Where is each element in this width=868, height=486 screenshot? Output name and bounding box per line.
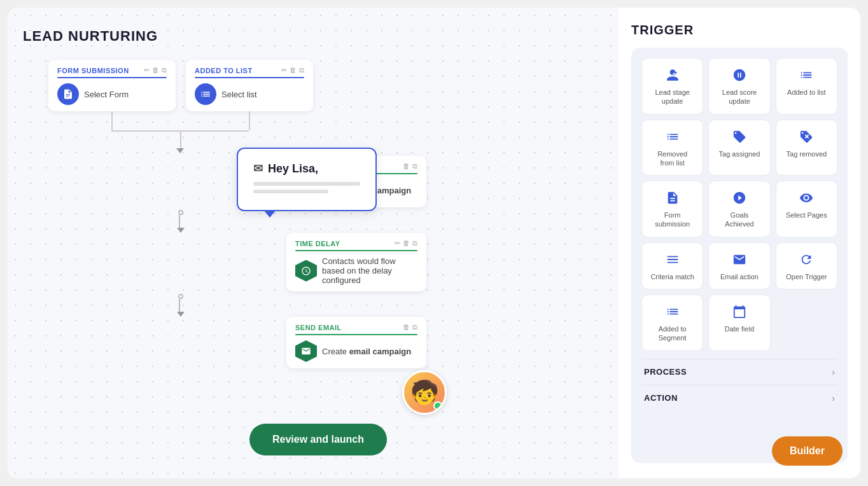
send-email-2-body: Create email campaign: [295, 340, 417, 362]
email-action-label: Email action: [720, 272, 759, 281]
trigger-item-select-pages[interactable]: Select Pages: [776, 181, 837, 237]
email-popup-header: ✉ Hey Lisa,: [253, 162, 360, 176]
right-panel-title: TRIGGER: [631, 23, 848, 38]
form-submission-trigger-icon: [664, 189, 682, 207]
form-submission-underline: [57, 77, 167, 78]
builder-button[interactable]: Builder: [772, 436, 843, 466]
added-to-list-title: ADDED TO LIST: [195, 67, 253, 74]
criteria-match-label: Criteria match: [650, 272, 694, 281]
date-field-label: Date field: [725, 324, 754, 333]
email-svg-2: [301, 346, 311, 356]
trigger-item-date-field[interactable]: Date field: [708, 295, 770, 351]
time-delay-node[interactable]: TIME DELAY ✏ 🗑 ⧉ Contacts would flow bas…: [286, 233, 426, 291]
criteria-match-icon: [664, 251, 682, 268]
send-email-2-node[interactable]: SEND EMAIL 🗑 ⧉ Create email campaign: [286, 317, 426, 368]
left-panel: LEAD NURTURING FORM SUBMISSION ✏ 🗑 ⧉: [8, 8, 619, 478]
goals-achieved-label: GoalsAchieved: [725, 211, 753, 229]
time-delay-body: Contacts would flow based on the delay c…: [295, 256, 417, 285]
copy-icon-td[interactable]: ⧉: [412, 239, 417, 247]
form-submission-trigger-label: Formsubmission: [655, 211, 690, 229]
email-popup: ✉ Hey Lisa,: [237, 148, 377, 211]
clock-svg: [301, 266, 311, 276]
added-to-list-node[interactable]: ADDED TO LIST ✏ 🗑 ⧉ Select list: [186, 60, 313, 111]
edit-icon-td[interactable]: ✏: [395, 239, 400, 247]
form-submission-label: Select Form: [84, 90, 129, 99]
seg-2: [179, 299, 180, 312]
left-vertical: [111, 111, 113, 130]
copy-icon-se2[interactable]: ⧉: [412, 323, 417, 331]
edit-icon[interactable]: ✏: [144, 66, 150, 74]
right-vertical: [249, 111, 250, 130]
send-email-2-icons: 🗑 ⧉: [403, 323, 417, 331]
copy-icon-2[interactable]: ⧉: [299, 66, 304, 74]
email-action-icon: [731, 251, 748, 268]
trigger-item-tag-removed[interactable]: Tag removed: [776, 120, 837, 176]
send-email-2-icon: [295, 340, 317, 362]
trigger-item-tag-assigned[interactable]: Tag assigned: [708, 120, 770, 176]
review-launch-button[interactable]: Review and launch: [249, 424, 387, 455]
process-arrow: ›: [832, 367, 835, 377]
trigger-item-criteria-match[interactable]: Criteria match: [641, 242, 703, 289]
action-label: ACTION: [644, 393, 678, 403]
trigger-nodes-row: FORM SUBMISSION ✏ 🗑 ⧉ Select Form: [48, 60, 603, 111]
removed-from-list-label: Removedfrom list: [657, 149, 687, 168]
lead-score-icon: [731, 66, 748, 84]
trigger-item-email-action[interactable]: Email action: [708, 242, 770, 289]
trigger-card: Lead stageupdate Lead scoreupdate Added …: [631, 48, 848, 463]
added-to-list-trigger-icon: [797, 66, 815, 84]
lead-stage-icon: [664, 66, 682, 84]
form-submission-icons: ✏ 🗑 ⧉: [144, 66, 167, 74]
time-delay-underline: [295, 250, 417, 251]
added-to-list-underline: [195, 77, 304, 78]
removed-from-list-icon: [664, 128, 682, 146]
edit-icon-2[interactable]: ✏: [281, 66, 287, 74]
process-label: PROCESS: [644, 367, 687, 377]
time-delay-title: TIME DELAY: [295, 240, 340, 247]
online-indicator: [433, 401, 442, 410]
trigger-item-lead-stage[interactable]: Lead stageupdate: [641, 58, 703, 115]
trigger-item-removed-from-list[interactable]: Removedfrom list: [641, 120, 703, 176]
delete-icon-td[interactable]: 🗑: [403, 239, 410, 247]
page-title: LEAD NURTURING: [23, 28, 603, 45]
trigger-item-added-to-list[interactable]: Added to list: [776, 58, 837, 115]
select-pages-label: Select Pages: [786, 211, 827, 219]
send-email-2-wrapper: SEND EMAIL 🗑 ⧉ Create email campaign: [109, 317, 603, 368]
delete-icon-se2[interactable]: 🗑: [403, 323, 410, 331]
delete-icon-2[interactable]: 🗑: [290, 66, 297, 74]
seg-1: [179, 215, 180, 228]
added-to-list-label: Select list: [221, 90, 257, 99]
tag-assigned-icon: [731, 128, 748, 146]
goals-achieved-icon: [731, 189, 748, 207]
send-email-2-label: Create email campaign: [322, 347, 411, 356]
trigger-item-goals-achieved[interactable]: GoalsAchieved: [708, 181, 770, 237]
process-section[interactable]: PROCESS ›: [641, 359, 837, 385]
date-field-icon: [731, 303, 748, 321]
open-trigger-icon: [797, 251, 815, 268]
tag-assigned-label: Tag assigned: [719, 149, 760, 158]
added-to-segment-icon: [664, 303, 682, 321]
time-delay-icon: [295, 260, 317, 282]
avatar-container: 🧒: [402, 370, 447, 415]
lead-stage-label: Lead stageupdate: [655, 88, 689, 106]
trigger-item-open-trigger[interactable]: Open Trigger: [776, 242, 837, 289]
form-submission-icon: [57, 83, 79, 105]
trigger-item-added-to-segment[interactable]: Added toSegment: [641, 295, 703, 351]
send-email-1-icons: 🗑 ⧉: [403, 162, 417, 170]
form-submission-body: Select Form: [57, 83, 167, 105]
delete-icon-se1[interactable]: 🗑: [403, 162, 410, 170]
tag-removed-label: Tag removed: [787, 149, 827, 158]
right-panel: TRIGGER Lead stageupdate Lead scoreupdat…: [619, 8, 860, 478]
trigger-item-form-submission[interactable]: Formsubmission: [641, 181, 703, 237]
lead-score-label: Lead scoreupdate: [722, 88, 757, 106]
action-section[interactable]: ACTION ›: [641, 385, 837, 411]
form-submission-node[interactable]: FORM SUBMISSION ✏ 🗑 ⧉ Select Form: [48, 60, 176, 111]
copy-icon-se1[interactable]: ⧉: [412, 162, 417, 170]
trigger-item-lead-score[interactable]: Lead scoreupdate: [708, 58, 770, 115]
dot-2: [178, 294, 183, 299]
send-email-2-underline: [295, 334, 417, 335]
delete-icon[interactable]: 🗑: [152, 66, 159, 74]
trigger-grid: Lead stageupdate Lead scoreupdate Added …: [641, 58, 837, 351]
email-line-2: [253, 190, 328, 193]
copy-icon[interactable]: ⧉: [162, 66, 167, 74]
time-delay-wrapper: TIME DELAY ✏ 🗑 ⧉ Contacts would flow bas…: [109, 233, 603, 317]
